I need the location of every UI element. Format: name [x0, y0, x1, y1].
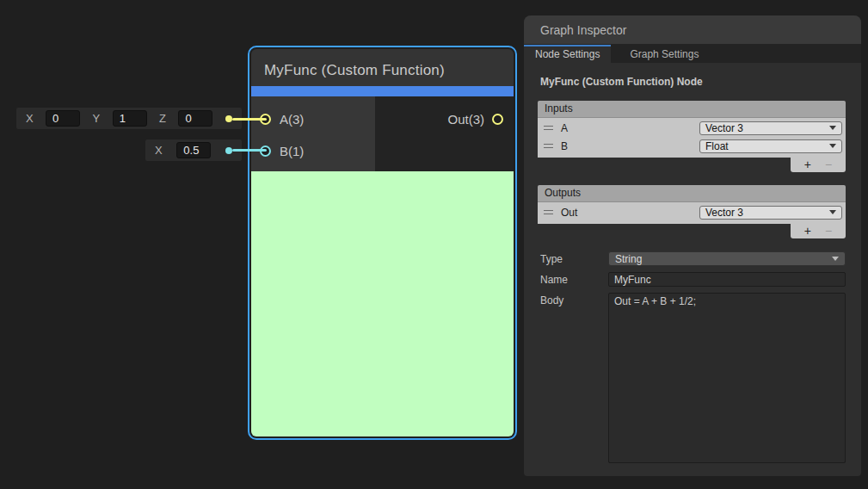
outputs-list-footer: + − — [538, 224, 846, 238]
tab-graph-settings-label: Graph Settings — [630, 48, 699, 60]
name-label: Name — [538, 274, 608, 286]
port-row-b: B(1) — [260, 135, 375, 167]
list-item[interactable]: Out Vector 3 — [538, 203, 846, 221]
input-b-type-value: Float — [705, 140, 729, 152]
input-port-a-label: A(3) — [280, 112, 304, 127]
input-row-name: B — [561, 140, 568, 152]
input-a-type-value: Vector 3 — [705, 122, 743, 134]
input-a-type-dropdown[interactable]: Vector 3 — [699, 121, 842, 135]
inputs-list-footer: + − — [538, 158, 846, 172]
graph-inspector-panel: Graph Inspector Node Settings Graph Sett… — [524, 15, 861, 476]
drag-handle-icon[interactable] — [544, 144, 553, 148]
x-axis-label: X — [155, 144, 163, 157]
type-value: String — [615, 253, 642, 265]
vector3-port-dot[interactable] — [225, 115, 232, 122]
tab-graph-settings[interactable]: Graph Settings — [619, 45, 710, 63]
inputs-list: Inputs A Vector 3 B — [538, 101, 846, 172]
y-axis-label: Y — [93, 112, 101, 125]
node-color-bar — [251, 86, 514, 96]
input-port-b-label: B(1) — [280, 144, 304, 158]
dropdown-arrow-icon — [832, 257, 839, 261]
node-settings-heading: MyFunc (Custom Function) Node — [540, 76, 846, 88]
node-ports: A(3) B(1) Out(3) — [251, 96, 514, 171]
drag-handle-icon[interactable] — [544, 210, 553, 214]
float-value-field[interactable] — [176, 142, 211, 158]
output-port-out-icon[interactable] — [492, 114, 503, 125]
node-preview — [251, 171, 514, 436]
inputs-list-header: Inputs — [538, 101, 846, 118]
float-port-dot[interactable] — [225, 147, 232, 154]
dropdown-arrow-icon — [829, 144, 836, 148]
input-row-name: A — [561, 122, 568, 134]
body-textarea[interactable]: Out = A + B + 1/2; — [608, 293, 846, 463]
output-out-type-value: Vector 3 — [705, 207, 743, 219]
tab-node-settings-label: Node Settings — [535, 48, 600, 60]
outputs-list-body: Out Vector 3 — [538, 202, 846, 224]
node-input-ports: A(3) B(1) — [251, 96, 375, 171]
output-out-type-dropdown[interactable]: Vector 3 — [699, 206, 842, 220]
dropdown-arrow-icon — [829, 210, 836, 214]
function-fields: Type String Name Body Out = A + B + 1/2; — [538, 251, 846, 463]
type-dropdown[interactable]: String — [608, 251, 846, 266]
x-value-field[interactable] — [46, 110, 80, 127]
node-output-ports: Out(3) — [375, 96, 514, 171]
name-field-row: Name — [538, 272, 846, 287]
edge-wire-a[interactable] — [232, 118, 267, 121]
custom-function-node[interactable]: MyFunc (Custom Function) A(3) B(1) — [248, 46, 517, 440]
output-port-out-label: Out(3) — [447, 112, 484, 127]
inspector-content: MyFunc (Custom Function) Node Inputs A V… — [524, 63, 861, 463]
port-row-out: Out(3) — [375, 103, 503, 135]
type-field-row: Type String — [538, 251, 846, 266]
body-field-row: Body Out = A + B + 1/2; — [538, 293, 846, 463]
inspector-header[interactable]: Graph Inspector — [524, 15, 861, 45]
z-value-field[interactable] — [178, 110, 212, 127]
tab-node-settings[interactable]: Node Settings — [524, 45, 611, 63]
node-title: MyFunc (Custom Function) — [264, 62, 445, 79]
list-item[interactable]: B Float — [538, 137, 846, 155]
z-axis-label: Z — [159, 112, 166, 125]
vector3-input-widget[interactable]: X Y Z — [16, 108, 242, 129]
node-title-bar: MyFunc (Custom Function) — [251, 49, 514, 86]
list-item[interactable]: A Vector 3 — [538, 119, 846, 137]
inputs-list-body: A Vector 3 B Float — [538, 118, 846, 158]
port-row-a: A(3) — [260, 103, 375, 135]
inspector-title: Graph Inspector — [540, 23, 626, 37]
name-input[interactable] — [608, 272, 846, 287]
input-b-type-dropdown[interactable]: Float — [699, 139, 842, 153]
body-label: Body — [538, 293, 608, 306]
outputs-list: Outputs Out Vector 3 + − — [538, 185, 846, 238]
float-input-widget[interactable]: X — [145, 139, 242, 161]
remove-input-button[interactable]: − — [825, 158, 832, 171]
add-input-button[interactable]: + — [804, 158, 811, 171]
edge-wire-b[interactable] — [232, 149, 267, 152]
inputs-list-buttons: + − — [791, 158, 846, 172]
node-body: MyFunc (Custom Function) A(3) B(1) — [251, 49, 514, 436]
drag-handle-icon[interactable] — [544, 126, 553, 130]
outputs-list-buttons: + − — [791, 224, 846, 238]
dropdown-arrow-icon — [829, 126, 836, 130]
output-row-name: Out — [561, 207, 577, 219]
remove-output-button[interactable]: − — [825, 225, 832, 238]
inspector-tabbar: Node Settings Graph Settings — [524, 45, 861, 63]
type-label: Type — [538, 253, 608, 265]
x-axis-label: X — [26, 112, 34, 125]
add-output-button[interactable]: + — [804, 225, 811, 238]
outputs-list-header: Outputs — [538, 185, 846, 202]
y-value-field[interactable] — [113, 110, 147, 127]
